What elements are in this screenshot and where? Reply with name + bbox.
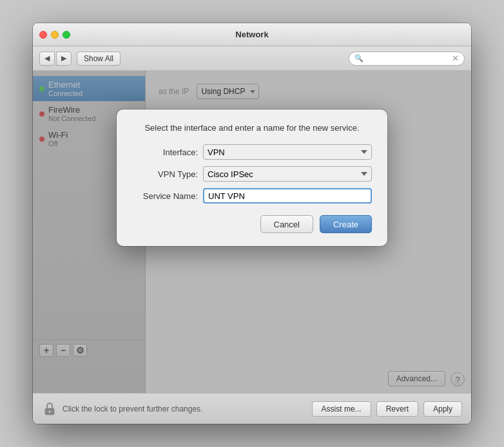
modal-title: Select the interface and enter a name fo…	[132, 122, 372, 134]
window-title: Network	[235, 30, 268, 39]
vpn-type-select[interactable]: Cisco IPSec L2TP over IPSec PPTP	[203, 166, 372, 182]
nav-buttons: ◀ ▶	[39, 52, 72, 66]
lock-hint: Click the lock to prevent further change…	[63, 404, 307, 414]
close-button[interactable]	[39, 31, 47, 39]
network-window: Network ◀ ▶ Show All 🔍 ✕ Ethernet Connec…	[33, 23, 471, 424]
apply-button[interactable]: Apply	[423, 401, 462, 417]
traffic-lights	[39, 31, 70, 39]
svg-point-1	[49, 410, 51, 412]
back-button[interactable]: ◀	[39, 52, 55, 66]
interface-select[interactable]: VPN Ethernet Wi-Fi FireWire	[203, 144, 372, 160]
forward-button[interactable]: ▶	[56, 52, 72, 66]
search-box: 🔍 ✕	[349, 52, 465, 66]
revert-button[interactable]: Revert	[376, 401, 418, 417]
vpn-type-label: VPN Type:	[132, 169, 203, 179]
create-button[interactable]: Create	[320, 215, 372, 233]
new-service-modal: Select the interface and enter a name fo…	[117, 109, 387, 246]
service-name-label: Service Name:	[132, 191, 203, 201]
modal-overlay: Select the interface and enter a name fo…	[33, 71, 471, 393]
minimize-button[interactable]	[51, 31, 59, 39]
show-all-button[interactable]: Show All	[77, 52, 121, 66]
cancel-button[interactable]: Cancel	[260, 215, 313, 233]
maximize-button[interactable]	[63, 31, 70, 39]
bottom-bar: Click the lock to prevent further change…	[33, 393, 471, 424]
lock-button[interactable]	[42, 401, 57, 417]
main-content: Ethernet Connected FireWire Not Connecte…	[33, 71, 471, 393]
titlebar: Network	[33, 23, 471, 46]
search-clear-icon[interactable]: ✕	[452, 53, 459, 63]
assist-me-button[interactable]: Assist me...	[312, 401, 371, 417]
modal-buttons: Cancel Create	[132, 215, 372, 233]
lock-icon	[43, 402, 56, 416]
service-name-input[interactable]	[203, 188, 372, 204]
modal-form: Interface: VPN Ethernet Wi-Fi FireWire V…	[132, 144, 372, 204]
toolbar: ◀ ▶ Show All 🔍 ✕	[33, 46, 471, 71]
search-input[interactable]	[366, 54, 449, 63]
search-icon: 🔍	[354, 54, 363, 62]
interface-label: Interface:	[132, 147, 203, 157]
